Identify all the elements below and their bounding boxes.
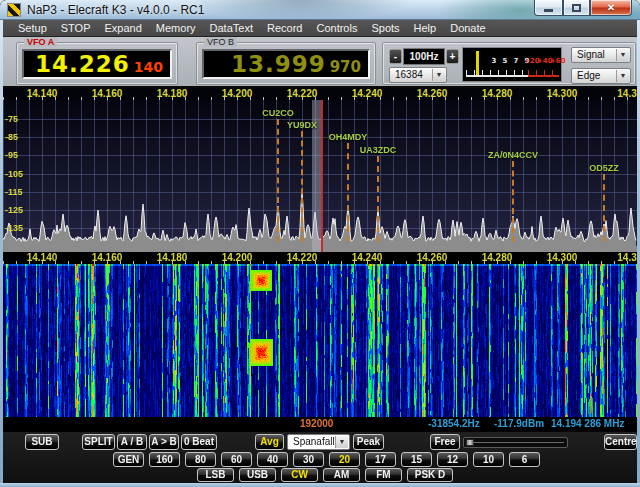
mode-button-usb[interactable]: USB — [239, 468, 276, 482]
dx-spot-line — [347, 143, 349, 242]
dx-spot-callsign[interactable]: OH4MDY — [306, 132, 390, 142]
menu-item-donate[interactable]: Donate — [450, 22, 485, 34]
fft-size-select[interactable]: 16384 ▼ — [389, 67, 447, 83]
peak-button[interactable]: Peak — [353, 434, 384, 450]
sample-rate-value: 192000 — [300, 418, 333, 429]
menu-item-setup[interactable]: Setup — [18, 22, 47, 34]
vfo-a-group: VFO A 14.226 140 — [16, 42, 178, 85]
signal-select[interactable]: Signal ▼ — [571, 47, 631, 63]
chevron-down-icon: ▼ — [616, 49, 629, 61]
mode-button-cw[interactable]: CW — [281, 468, 318, 482]
band-button-17[interactable]: 17 — [365, 452, 396, 467]
cursor-level-value: -117.9dBm — [494, 418, 544, 429]
a-to-b-button[interactable]: A > B — [149, 434, 179, 450]
waterfall-frequency-scale: 14.14014.16014.18014.20014.22014.24014.2… — [0, 252, 640, 264]
vfo-a-display[interactable]: 14.226 140 — [22, 49, 172, 79]
menu-item-help[interactable]: Help — [414, 22, 437, 34]
waterfall-display[interactable] — [3, 264, 637, 417]
dx-spot-line — [277, 119, 279, 242]
band-button-gen[interactable]: GEN — [113, 452, 144, 467]
close-button[interactable]: ✕ — [590, 0, 632, 16]
mode-button-am[interactable]: AM — [323, 468, 360, 482]
display-mode-value: Spanafall — [293, 436, 335, 447]
mode-button-fm[interactable]: FM — [365, 468, 402, 482]
minimize-button[interactable] — [534, 0, 563, 16]
band-button-80[interactable]: 80 — [185, 452, 216, 467]
frequency-tick-label: 14.180 — [140, 88, 204, 99]
menu-item-spots[interactable]: Spots — [371, 22, 399, 34]
centre-button[interactable]: Centre — [604, 434, 637, 450]
db-tick-label: -125 — [5, 205, 23, 215]
band-button-12[interactable]: 12 — [437, 452, 468, 467]
chevron-down-icon: ▼ — [335, 436, 348, 448]
frequency-tick-label: 14.140 — [10, 252, 74, 263]
display-settings-group: - 100Hz + 16384 ▼ 3579+20+40+60 Signal ▼… — [382, 42, 636, 85]
dx-spot-line — [512, 161, 514, 242]
edge-select[interactable]: Edge ▼ — [571, 68, 631, 84]
fft-size-value: 16384 — [395, 69, 423, 80]
vfo-b-frequency: 13.999 — [231, 51, 326, 77]
sub-button[interactable]: SUB — [25, 434, 59, 450]
db-tick-label: -115 — [5, 187, 23, 197]
band-button-6[interactable]: 6 — [509, 452, 540, 467]
db-tick-label: -85 — [5, 132, 18, 142]
dx-spot-callsign[interactable]: UA3ZDC — [336, 145, 420, 155]
s-meter-scale-red — [528, 75, 559, 77]
frequency-tick-label: 14.240 — [335, 252, 399, 263]
menu-item-stop[interactable]: STOP — [61, 22, 91, 34]
mode-button-psk-d[interactable]: PSK D — [407, 468, 453, 482]
dx-spot-callsign[interactable]: CU2CO — [236, 108, 320, 118]
band-button-20[interactable]: 20 — [329, 452, 360, 467]
menu-item-controls[interactable]: Controls — [316, 22, 357, 34]
band-button-30[interactable]: 30 — [293, 452, 324, 467]
avg-button[interactable]: Avg — [255, 434, 284, 450]
vfo-a-frequency: 14.226 — [35, 51, 130, 77]
a-b-swap-button[interactable]: A / B — [117, 434, 147, 450]
span-slider[interactable] — [463, 437, 568, 448]
vfo-b-label: VFO B — [204, 37, 237, 47]
dx-spot-callsign[interactable]: YU9DX — [260, 120, 344, 130]
band-button-15[interactable]: 15 — [401, 452, 432, 467]
menu-item-record[interactable]: Record — [267, 22, 302, 34]
s-meter-label-red: +20 — [524, 57, 538, 65]
band-button-40[interactable]: 40 — [257, 452, 288, 467]
frequency-tick-label: 14.200 — [205, 252, 269, 263]
frequency-tick-label: 14.220 — [270, 252, 334, 263]
zero-beat-button[interactable]: 0 Beat — [181, 434, 217, 450]
window-border-bottom — [0, 483, 640, 487]
step-up-button[interactable]: + — [446, 49, 459, 64]
status-bar: 192000 -31854.2Hz -117.9dBm 14.194 286 M… — [0, 417, 640, 432]
window-buttons: ✕ — [534, 0, 632, 16]
maximize-button[interactable] — [563, 0, 590, 16]
title-bar[interactable]: NaP3 - Elecraft K3 - v4.0.0 - RC1 ✕ — [0, 0, 640, 20]
db-tick-label: -135 — [5, 223, 23, 233]
menu-item-memory[interactable]: Memory — [156, 22, 196, 34]
band-button-160[interactable]: 160 — [149, 452, 180, 467]
band-button-60[interactable]: 60 — [221, 452, 252, 467]
dx-spot-callsign[interactable]: OD5ZZ — [562, 163, 640, 173]
frequency-tick-label: 14.200 — [205, 88, 269, 99]
frequency-tick-label: 14.160 — [75, 88, 139, 99]
frequency-tick-label: 14.180 — [140, 252, 204, 263]
menu-item-datatext[interactable]: DataText — [210, 22, 253, 34]
step-down-button[interactable]: - — [389, 49, 402, 64]
menu-bar: SetupSTOPExpandMemoryDataTextRecordContr… — [0, 20, 640, 37]
span-slider-thumb[interactable] — [466, 439, 474, 446]
spectrum-frequency-scale: 14.14014.16014.18014.20014.22014.24014.2… — [0, 88, 640, 100]
frequency-tick-label: 14.3 — [595, 252, 640, 263]
display-mode-select[interactable]: Spanafall ▼ — [287, 434, 350, 450]
vfo-b-group: VFO B 13.999 970 — [196, 42, 376, 85]
frequency-tick-label: 14.260 — [400, 88, 464, 99]
menu-item-expand[interactable]: Expand — [105, 22, 142, 34]
vfo-b-display[interactable]: 13.999 970 — [202, 49, 370, 79]
s-meter: 3579+20+40+60 — [462, 47, 562, 82]
step-size-display: 100Hz — [403, 48, 445, 65]
spectrum-panel: 14.14014.16014.18014.20014.22014.24014.2… — [0, 88, 640, 252]
free-button[interactable]: Free — [430, 434, 460, 450]
frequency-tick-label: 14.300 — [530, 252, 594, 263]
vfo-panel: VFO A 14.226 140 VFO B 13.999 970 - 100H… — [0, 37, 640, 88]
split-button[interactable]: SPLIT — [82, 434, 115, 450]
mode-button-lsb[interactable]: LSB — [197, 468, 234, 482]
band-button-10[interactable]: 10 — [473, 452, 504, 467]
dx-spot-callsign[interactable]: ZA/0N4CCV — [471, 150, 555, 160]
